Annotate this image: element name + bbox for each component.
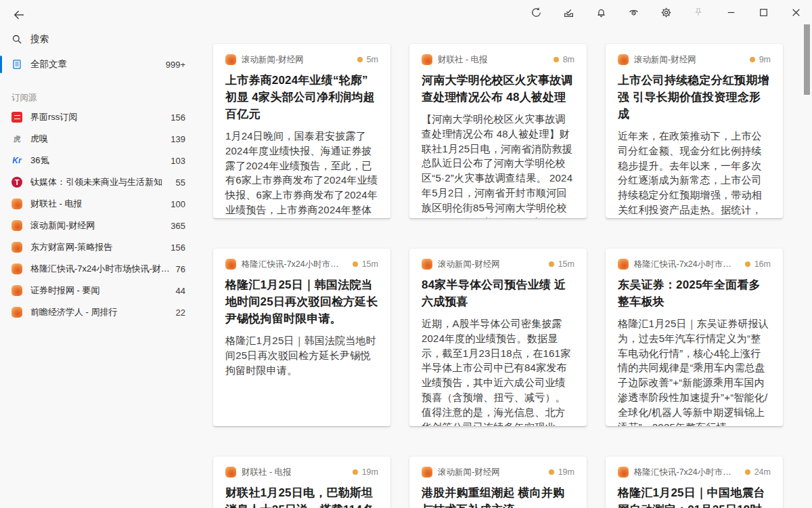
unread-dot xyxy=(750,57,755,62)
unread-dot xyxy=(353,469,358,475)
feed-name: 格隆汇快讯-7x24小时市场快讯-财经... xyxy=(30,263,171,275)
sidebar-item-feed[interactable]: 东方财富网-策略报告 156 xyxy=(0,236,198,258)
article-excerpt: 格隆汇1月25日｜韩国法院当地时间25日再次驳回检方延长尹锡悦拘留时限申请。 xyxy=(225,333,378,377)
subscriptions-header: 订阅源 xyxy=(12,92,198,104)
article-title: 河南大学明伦校区火灾事故调查处理情况公布 48人被处理 xyxy=(422,72,574,106)
article-card[interactable]: 格隆汇快讯-7x24小时市场快讯... 24m 格隆汇1月25日｜中国地震台网自… xyxy=(606,457,783,508)
default-orange-favicon xyxy=(11,263,23,275)
sidebar: 搜索 全部文章 999+ 订阅源 界面rss订阅 156 虎 虎嗅 139 xyxy=(0,0,198,508)
feed-count: 100 xyxy=(171,199,185,209)
sidebar-item-feed[interactable]: Kr 36氪 103 xyxy=(0,150,198,171)
feed-name: 滚动新闻-财经网 xyxy=(30,219,165,232)
article-time: 15m xyxy=(362,259,378,269)
article-source: 格隆汇快讯-7x24小时市场快讯... xyxy=(634,467,740,478)
mark-all-read-icon[interactable] xyxy=(552,0,585,24)
article-source: 格隆汇快讯-7x24小时市场快讯... xyxy=(242,259,347,270)
article-title: 格隆汇1月25日｜韩国法院当地时间25日再次驳回检方延长尹锡悦拘留时限申请。 xyxy=(225,276,378,327)
feed-count: 156 xyxy=(171,242,185,253)
feed-name: 财联社 - 电报 xyxy=(30,198,165,210)
minimize-icon[interactable] xyxy=(715,0,747,24)
default-orange-favicon xyxy=(11,284,23,297)
36kr-favicon: Kr xyxy=(11,154,23,167)
close-icon[interactable] xyxy=(780,0,812,24)
jiemian-favicon xyxy=(11,111,23,123)
article-card[interactable]: 滚动新闻-财经网 15m 84家半导体公司预告业绩 近六成预喜 近期，A股半导体… xyxy=(409,249,587,426)
article-time: 5m xyxy=(367,55,378,64)
unread-dot xyxy=(549,261,554,267)
settings-icon[interactable] xyxy=(650,0,682,24)
back-button[interactable] xyxy=(11,7,27,23)
sidebar-item-feed[interactable]: 格隆汇快讯-7x24小时市场快讯-财经... 76 xyxy=(0,258,198,280)
source-favicon xyxy=(618,467,629,478)
article-title: 东吴证券：2025年全面看多整车板块 xyxy=(618,276,771,310)
feed-count: 365 xyxy=(171,221,185,231)
feed-name: 虎嗅 xyxy=(30,133,165,145)
search-label: 搜索 xyxy=(30,33,185,45)
unread-only-eye-icon[interactable] xyxy=(617,0,650,24)
tmtpost-favicon: T xyxy=(11,176,23,188)
article-excerpt: 近期，A股半导体公司密集披露2024年度的业绩预告。数据显示，截至1月23日18… xyxy=(422,316,574,426)
default-orange-favicon xyxy=(11,241,23,253)
unread-dot xyxy=(353,261,358,267)
maximize-icon[interactable] xyxy=(747,0,780,24)
article-time: 19m xyxy=(362,467,378,477)
notifications-icon[interactable] xyxy=(585,0,617,24)
article-title: 上市公司持续稳定分红预期增强 引导长期价值投资理念形成 xyxy=(618,72,771,123)
source-favicon xyxy=(225,54,236,65)
article-card[interactable]: 财联社 - 电报 19m 财联社1月25日电，巴勒斯坦消息人士25日说，搭载11… xyxy=(213,457,390,508)
scrollbar-track[interactable] xyxy=(803,24,812,508)
sidebar-item-all-articles[interactable]: 全部文章 999+ xyxy=(0,51,198,77)
article-card[interactable]: 滚动新闻-财经网 9m 上市公司持续稳定分红预期增强 引导长期价值投资理念形成 … xyxy=(606,44,783,218)
sidebar-item-feed[interactable]: 财联社 - 电报 100 xyxy=(0,193,198,215)
all-articles-count: 999+ xyxy=(166,60,185,70)
feed-name: 钛媒体：引领未来商业与生活新知 xyxy=(30,176,171,188)
refresh-icon[interactable] xyxy=(520,0,552,24)
article-source: 滚动新闻-财经网 xyxy=(242,54,352,66)
app-window: 搜索 全部文章 999+ 订阅源 界面rss订阅 156 虎 虎嗅 139 xyxy=(0,0,812,508)
source-favicon xyxy=(422,259,432,270)
source-favicon xyxy=(422,467,432,478)
article-excerpt: 1月24日晚间，国泰君安披露了2024年度业绩快报、海通证券披露了2024年业绩… xyxy=(225,129,378,218)
feed-name: 证券时报网 - 要闻 xyxy=(30,284,171,297)
sidebar-item-feed[interactable]: 虎 虎嗅 139 xyxy=(0,128,198,150)
unread-dot xyxy=(549,469,554,475)
unread-dot xyxy=(745,261,750,267)
article-card[interactable]: 滚动新闻-财经网 5m 上市券商2024年业绩“轮廓”初显 4家头部公司净利润均… xyxy=(213,44,390,218)
source-favicon xyxy=(618,259,629,270)
search-row[interactable]: 搜索 xyxy=(0,28,198,50)
feed-name: 前瞻经济学人 - 周排行 xyxy=(30,306,171,318)
article-card[interactable]: 格隆汇快讯-7x24小时市场快讯... 16m 东吴证券：2025年全面看多整车… xyxy=(606,249,783,426)
article-card[interactable]: 滚动新闻-财经网 19m 港股并购重组潮起 横向并购与技术互补成主流 xyxy=(409,457,587,508)
sidebar-item-feed[interactable]: 证券时报网 - 要闻 44 xyxy=(0,280,198,301)
article-card[interactable]: 财联社 - 电报 8m 河南大学明伦校区火灾事故调查处理情况公布 48人被处理 … xyxy=(409,44,587,218)
scrollbar-thumb[interactable] xyxy=(804,24,810,95)
article-grid: 滚动新闻-财经网 5m 上市券商2024年业绩“轮廓”初显 4家头部公司净利润均… xyxy=(203,24,812,508)
huxiu-favicon: 虎 xyxy=(11,133,23,145)
article-card[interactable]: 格隆汇快讯-7x24小时市场快讯... 15m 格隆汇1月25日｜韩国法院当地时… xyxy=(213,249,390,426)
article-time: 16m xyxy=(754,259,771,269)
unread-dot xyxy=(554,57,559,62)
unread-dot xyxy=(745,469,750,475)
source-favicon xyxy=(422,54,432,65)
sidebar-item-feed[interactable]: T 钛媒体：引领未来商业与生活新知 55 xyxy=(0,171,198,193)
sidebar-item-feed[interactable]: 滚动新闻-财经网 365 xyxy=(0,215,198,236)
article-source: 财联社 - 电报 xyxy=(438,54,548,66)
article-title: 港股并购重组潮起 横向并购与技术互补成主流 xyxy=(422,484,574,508)
feed-count: 139 xyxy=(171,134,185,144)
article-time: 9m xyxy=(759,55,771,64)
feed-count: 22 xyxy=(176,308,185,318)
default-orange-favicon xyxy=(11,198,23,210)
source-favicon xyxy=(225,259,236,270)
all-articles-label: 全部文章 xyxy=(30,58,160,70)
article-title: 84家半导体公司预告业绩 近六成预喜 xyxy=(422,276,574,310)
feed-name: 界面rss订阅 xyxy=(30,111,165,123)
article-time: 24m xyxy=(754,467,771,477)
article-source: 格隆汇快讯-7x24小时市场快讯... xyxy=(634,259,740,270)
article-source: 滚动新闻-财经网 xyxy=(634,54,744,66)
unread-dot xyxy=(357,57,363,62)
article-excerpt: 【河南大学明伦校区火灾事故调查处理情况公布 48人被处理】财联社1月25日电，河… xyxy=(422,112,574,218)
pin-icon[interactable] xyxy=(682,0,715,24)
sidebar-item-feed[interactable]: 前瞻经济学人 - 周排行 22 xyxy=(0,301,198,323)
sidebar-item-feed[interactable]: 界面rss订阅 156 xyxy=(0,106,198,128)
article-excerpt: 近年来，在政策推动下，上市公司分红金额、现金分红比例持续稳步提升。去年以来，一年… xyxy=(618,129,771,218)
